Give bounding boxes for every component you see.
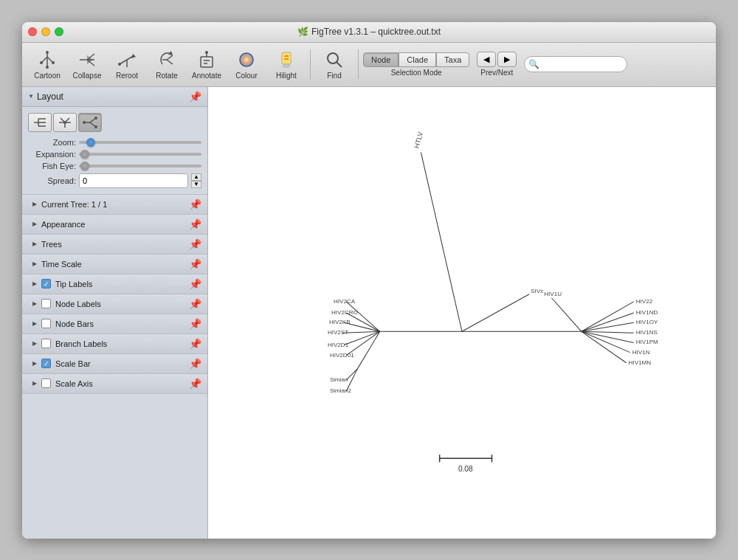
svg-line-78 xyxy=(582,331,630,352)
rotate-tool[interactable]: Rotate xyxy=(148,45,186,83)
node-bars-checkbox[interactable] xyxy=(41,319,51,328)
window-title: 🌿 FigTree v1.3.1 – quicktree.out.txt xyxy=(297,27,441,37)
cartoon-tool[interactable]: Cartoon xyxy=(28,45,66,83)
appearance-item[interactable]: ▶ Appearance 📌 xyxy=(22,215,207,235)
tip-labels-item[interactable]: ▶ ✓ Tip Labels 📌 xyxy=(22,274,207,294)
colour-tool[interactable]: Colour xyxy=(227,45,266,83)
close-button[interactable] xyxy=(28,27,37,36)
trees-item[interactable]: ▶ Trees 📌 xyxy=(22,235,207,255)
scale-axis-triangle: ▶ xyxy=(32,380,37,387)
node-labels-checkbox[interactable] xyxy=(41,299,51,308)
svg-text:HIV2D1: HIV2D1 xyxy=(328,341,349,348)
taxa-mode-button[interactable]: Taxa xyxy=(436,52,469,67)
scale-bar-pin-icon[interactable]: 📌 xyxy=(189,358,201,370)
svg-text:HIV1U: HIV1U xyxy=(544,290,562,297)
node-bars-item[interactable]: ▶ Node Bars 📌 xyxy=(22,314,207,334)
layout-pin-icon[interactable]: 📌 xyxy=(189,91,201,103)
search-group: 🔍 xyxy=(524,56,627,72)
collapse-tool[interactable]: Collapse xyxy=(68,45,106,83)
spread-increment-button[interactable]: ▲ xyxy=(191,173,201,181)
svg-text:HIV2KB: HIV2KB xyxy=(329,319,351,325)
node-labels-item[interactable]: ▶ Node Labels 📌 xyxy=(22,294,207,314)
annotate-icon xyxy=(196,49,217,70)
tip-labels-checkbox[interactable]: ✓ xyxy=(41,279,51,288)
branch-labels-triangle: ▶ xyxy=(32,340,37,347)
svg-rect-20 xyxy=(201,57,213,67)
annotate-tool[interactable]: Annotate xyxy=(187,45,226,83)
fish-eye-slider-thumb[interactable] xyxy=(80,162,89,170)
rectangular-view-button[interactable] xyxy=(28,113,52,132)
time-scale-pin-icon[interactable]: 📌 xyxy=(189,258,201,270)
search-icon: 🔍 xyxy=(528,59,539,69)
svg-line-76 xyxy=(582,331,634,333)
cartoon-icon xyxy=(37,49,58,70)
node-labels-pin-icon[interactable]: 📌 xyxy=(189,298,201,310)
next-button[interactable]: ▶ xyxy=(497,52,517,67)
scale-axis-item[interactable]: ▶ Scale Axis 📌 xyxy=(22,374,207,394)
toolbar-separator-1 xyxy=(310,49,311,79)
diagonal-view-button[interactable] xyxy=(78,113,102,132)
clade-mode-button[interactable]: Clade xyxy=(399,52,436,67)
toolbar: Cartoon Collapse xyxy=(22,43,716,87)
prev-button[interactable]: ◀ xyxy=(477,52,496,67)
svg-text:HIV1MN: HIV1MN xyxy=(629,359,652,365)
node-mode-button[interactable]: Node xyxy=(363,52,399,67)
current-tree-item[interactable]: ▶ Current Tree: 1 / 1 📌 xyxy=(22,195,207,215)
spread-row: Spread: ▲ ▼ xyxy=(28,173,201,188)
colour-label: Colour xyxy=(235,72,257,80)
node-bars-pin-icon[interactable]: 📌 xyxy=(189,318,201,330)
layout-header[interactable]: ▼ Layout 📌 xyxy=(22,87,207,107)
svg-line-32 xyxy=(337,62,342,67)
svg-text:HIV1OY: HIV1OY xyxy=(636,319,658,325)
search-input[interactable] xyxy=(524,56,627,72)
svg-line-17 xyxy=(167,55,173,60)
trees-pin-icon[interactable]: 📌 xyxy=(189,238,201,250)
svg-line-74 xyxy=(582,313,634,331)
tip-labels-pin-icon[interactable]: 📌 xyxy=(189,278,201,290)
radial-view-button[interactable] xyxy=(53,113,77,132)
spread-stepper: ▲ ▼ xyxy=(191,173,201,188)
svg-line-59 xyxy=(357,331,379,369)
spread-label: Spread: xyxy=(28,176,76,185)
node-labels-label: Node Labels xyxy=(55,300,101,308)
svg-text:0.08: 0.08 xyxy=(458,465,473,473)
branch-labels-item[interactable]: ▶ Branch Labels 📌 xyxy=(22,334,207,354)
appearance-pin-icon[interactable]: 📌 xyxy=(189,218,201,230)
expansion-slider-track xyxy=(79,153,201,156)
time-scale-item[interactable]: ▶ Time Scale 📌 xyxy=(22,255,207,274)
svg-point-49 xyxy=(94,125,97,128)
svg-text:HIV22: HIV22 xyxy=(636,297,653,304)
window-controls xyxy=(28,27,63,36)
toolbar-separator-2 xyxy=(358,49,359,79)
spread-decrement-button[interactable]: ▼ xyxy=(191,181,201,188)
reroot-tool[interactable]: Reroot xyxy=(108,45,146,83)
scale-axis-checkbox[interactable] xyxy=(41,378,51,388)
hilight-tool[interactable]: Hilight xyxy=(267,45,306,83)
main-content: ▼ Layout 📌 xyxy=(22,87,716,539)
scale-bar-triangle: ▶ xyxy=(32,360,37,367)
expansion-slider-thumb[interactable] xyxy=(80,150,89,159)
scale-bar-label: Scale Bar xyxy=(55,359,91,368)
scale-bar-checkbox[interactable]: ✓ xyxy=(41,359,51,368)
branch-labels-pin-icon[interactable]: 📌 xyxy=(189,338,201,350)
minimize-button[interactable] xyxy=(41,27,50,36)
svg-text:HIV1NS: HIV1NS xyxy=(636,329,658,336)
svg-text:HIV1N: HIV1N xyxy=(632,348,650,355)
zoom-slider-thumb[interactable] xyxy=(86,138,95,147)
svg-point-6 xyxy=(46,66,49,69)
appearance-triangle: ▶ xyxy=(32,221,37,227)
branch-labels-checkbox[interactable] xyxy=(41,339,51,348)
svg-point-47 xyxy=(83,121,86,124)
tree-svg: HTLV HIV2CA HIV2CRO HIV2KB HIV xyxy=(208,87,716,539)
maximize-button[interactable] xyxy=(55,27,63,36)
spread-input[interactable] xyxy=(79,173,188,188)
collapse-label: Collapse xyxy=(73,72,102,80)
prev-next-group: ◀ ▶ Prev/Next xyxy=(477,52,517,77)
scale-bar-item[interactable]: ▶ ✓ Scale Bar 📌 xyxy=(22,354,207,374)
current-tree-pin-icon[interactable]: 📌 xyxy=(189,198,201,210)
time-scale-label: Time Scale xyxy=(41,260,82,269)
svg-point-14 xyxy=(118,63,121,66)
scale-axis-pin-icon[interactable]: 📌 xyxy=(189,378,201,390)
node-labels-triangle: ▶ xyxy=(32,300,37,307)
find-tool[interactable]: Find xyxy=(315,45,354,83)
